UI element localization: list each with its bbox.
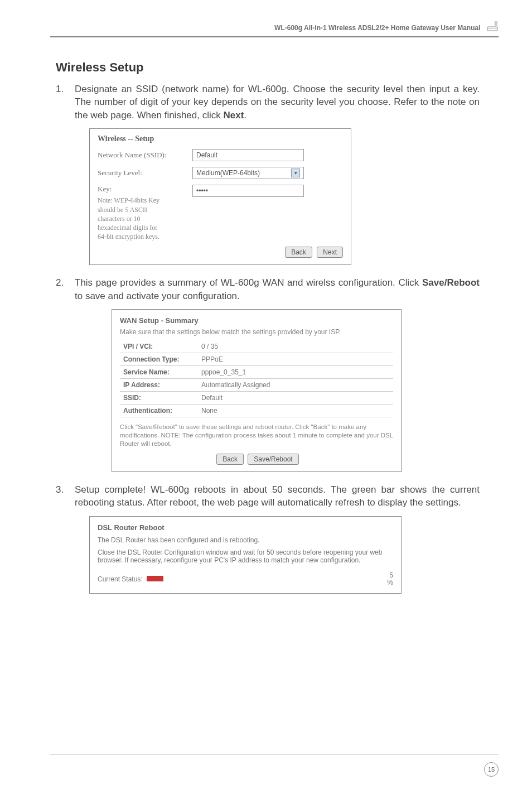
step-3: 3. Setup complete! WL-600g reboots in ab… [56, 483, 480, 509]
screenshot-2-wrap: WAN Setup - Summary Make sure that the s… [112, 309, 480, 472]
page-number: 15 [484, 762, 499, 777]
key-value: ••••• [196, 187, 208, 195]
row-val: 0 / 35 [198, 340, 393, 353]
panel-title: Wireless -- Setup [98, 134, 343, 143]
row-val: Automatically Assigned [198, 379, 393, 392]
step-number: 1. [56, 83, 75, 122]
summary-table: VPI / VCI:0 / 35 Connection Type:PPPoE S… [120, 340, 393, 417]
content-area: Wireless Setup 1. Designate an SSID (net… [56, 60, 480, 605]
step-number: 2. [56, 276, 75, 302]
wireless-setup-panel: Wireless -- Setup Network Name (SSID): D… [89, 128, 351, 265]
reboot-panel: DSL Router Reboot The DSL Router has bee… [89, 516, 402, 594]
network-name-label: Network Name (SSID): [98, 151, 192, 160]
percent-symbol: % [387, 579, 393, 586]
step-text: This page provides a summary of WL-600g … [75, 276, 480, 302]
security-level-select[interactable]: Medium(WEP-64bits) ▾ [192, 167, 304, 179]
security-level-value: Medium(WEP-64bits) [196, 169, 260, 177]
svg-rect-2 [487, 27, 497, 31]
table-row: Service Name:pppoe_0_35_1 [120, 366, 393, 379]
screenshot-3-wrap: DSL Router Reboot The DSL Router has bee… [89, 516, 480, 594]
row-key: Connection Type: [120, 353, 198, 366]
network-name-input[interactable]: Default [192, 149, 304, 161]
back-button[interactable]: Back [216, 454, 244, 465]
row-key: Service Name: [120, 366, 198, 379]
progress-bar [147, 576, 163, 581]
step-text: Designate an SSID (network name) for WL-… [75, 83, 480, 122]
router-icon [486, 21, 499, 34]
table-row: Connection Type:PPPoE [120, 353, 393, 366]
panel-title: WAN Setup - Summary [120, 316, 393, 325]
step-1: 1. Designate an SSID (network name) for … [56, 83, 480, 122]
key-input[interactable]: ••••• [192, 185, 304, 197]
section-title: Wireless Setup [56, 60, 480, 75]
panel-intro: Make sure that the settings below match … [120, 328, 393, 336]
row-key: VPI / VCI: [120, 340, 198, 353]
reboot-line1: The DSL Router has been configured and i… [98, 536, 393, 544]
header-title: WL-600g All-in-1 Wireless ADSL2/2+ Home … [274, 24, 480, 32]
table-row: Authentication:None [120, 405, 393, 417]
progress-percent: 5 % [387, 572, 393, 586]
row-val: None [198, 405, 393, 417]
panel-title: DSL Router Reboot [98, 523, 393, 532]
footer-rule [50, 754, 499, 754]
key-note: Note: WEP-64bits Key should be 5 ASCII c… [98, 196, 165, 241]
row-key: SSID: [120, 392, 198, 405]
key-label: Key: [98, 185, 192, 194]
screenshot-1-wrap: Wireless -- Setup Network Name (SSID): D… [89, 128, 480, 265]
step-text-b: to save and activate your configuration. [75, 291, 240, 301]
step-bold: Next [223, 110, 244, 121]
header-bar: WL-600g All-in-1 Wireless ADSL2/2+ Home … [50, 21, 499, 37]
status-label-wrap: Current Status: [98, 575, 163, 583]
table-row: IP Address:Automatically Assigned [120, 379, 393, 392]
step-2: 2. This page provides a summary of WL-60… [56, 276, 480, 302]
row-key: IP Address: [120, 379, 198, 392]
current-status-label: Current Status: [98, 575, 143, 583]
next-button[interactable]: Next [317, 247, 343, 258]
security-level-label: Security Level: [98, 169, 192, 177]
reboot-line2: Close the DSL Router Configuration windo… [98, 548, 393, 564]
row-val: PPPoE [198, 353, 393, 366]
step-text-a: This page provides a summary of WL-600g … [75, 277, 422, 288]
step-text-b: . [244, 110, 246, 121]
back-button[interactable]: Back [285, 247, 312, 258]
chevron-down-icon[interactable]: ▾ [291, 169, 300, 177]
row-val: pppoe_0_35_1 [198, 366, 393, 379]
row-val: Default [198, 392, 393, 405]
step-text-a: Designate an SSID (network name) for WL-… [75, 84, 480, 121]
step-text: Setup complete! WL-600g reboots in about… [75, 483, 480, 509]
table-row: SSID:Default [120, 392, 393, 405]
row-key: Authentication: [120, 405, 198, 417]
table-row: VPI / VCI:0 / 35 [120, 340, 393, 353]
panel-note: Click "Save/Reboot" to save these settin… [120, 423, 393, 448]
step-number: 3. [56, 483, 75, 509]
network-name-value: Default [196, 151, 217, 159]
save-reboot-button[interactable]: Save/Reboot [248, 454, 298, 465]
step-text-a: Setup complete! WL-600g reboots in about… [75, 484, 480, 508]
wan-summary-panel: WAN Setup - Summary Make sure that the s… [112, 309, 402, 472]
step-bold: Save/Reboot [422, 277, 480, 288]
